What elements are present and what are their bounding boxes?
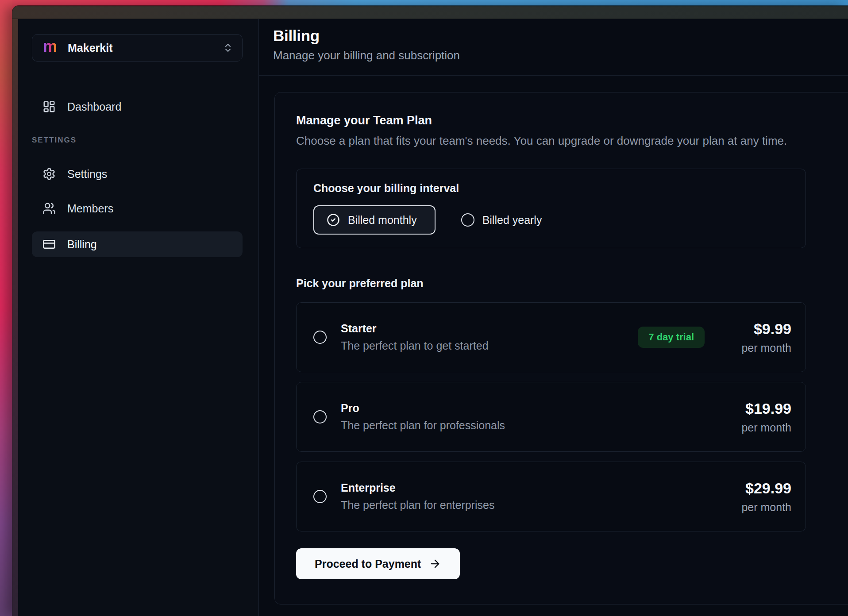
plan-name: Starter — [341, 322, 489, 335]
billing-interval-box: Choose your billing interval Billed mont… — [296, 169, 806, 248]
trial-badge: 7 day trial — [638, 327, 705, 348]
plan-name: Enterprise — [341, 481, 494, 494]
radio-circle-icon — [461, 213, 474, 227]
app-window: m Makerkit Dashboard SETTINGS — [12, 6, 848, 616]
price-block: $29.99 per month — [729, 480, 791, 514]
card-title: Manage your Team Plan — [296, 113, 848, 128]
workspace-switcher[interactable]: m Makerkit — [32, 34, 243, 62]
page-title: Billing — [273, 27, 834, 45]
window-titlebar[interactable] — [12, 6, 848, 19]
sidebar-item-dashboard[interactable]: Dashboard — [32, 95, 243, 118]
layout-dashboard-icon — [42, 100, 56, 113]
sidebar-item-label: Billing — [67, 238, 97, 251]
screen: m Makerkit Dashboard SETTINGS — [0, 0, 848, 616]
plan-info: Pro The perfect plan for professionals — [341, 402, 505, 432]
makerkit-logo: m — [43, 38, 57, 54]
plan-row-pro[interactable]: Pro The perfect plan for professionals $… — [296, 382, 806, 452]
sidebar-nav: Dashboard SETTINGS Settings Members — [32, 95, 243, 257]
sidebar-item-label: Members — [67, 202, 113, 215]
plan-right: $29.99 per month — [729, 480, 791, 514]
plan-row-enterprise[interactable]: Enterprise The perfect plan for enterpri… — [296, 462, 806, 531]
check-circle-icon — [327, 213, 340, 227]
arrow-right-icon — [429, 558, 441, 570]
billing-interval-label: Choose your billing interval — [313, 181, 788, 195]
radio-circle-icon[interactable] — [313, 490, 327, 503]
card-subtitle: Choose a plan that fits your team's need… — [296, 133, 848, 148]
window-left-edge — [12, 18, 18, 616]
sidebar-item-label: Dashboard — [67, 100, 121, 113]
plan-period: per month — [741, 342, 791, 354]
workspace-name: Makerkit — [68, 42, 112, 54]
plan-period: per month — [741, 501, 791, 514]
plan-description: The perfect plan for professionals — [341, 419, 505, 432]
users-icon — [42, 202, 56, 215]
page-header: Billing Manage your billing and subscrip… — [259, 19, 848, 76]
plan-info: Enterprise The perfect plan for enterpri… — [341, 481, 494, 512]
plan-right: 7 day trial $9.99 per month — [638, 320, 791, 354]
app-layout: m Makerkit Dashboard SETTINGS — [18, 19, 848, 616]
proceed-to-payment-button[interactable]: Proceed to Payment — [296, 548, 460, 579]
sidebar-item-billing[interactable]: Billing — [32, 231, 243, 257]
chevrons-up-down-icon[interactable] — [223, 42, 233, 53]
page-content: Manage your Team Plan Choose a plan that… — [259, 76, 848, 616]
desktop-wallpaper-left — [0, 0, 12, 616]
credit-card-icon — [42, 238, 56, 251]
radio-circle-icon[interactable] — [313, 331, 327, 344]
plan-description: The perfect plan for enterprises — [341, 499, 494, 512]
interval-option-monthly[interactable]: Billed monthly — [313, 205, 436, 235]
plan-description: The perfect plan to get started — [341, 339, 489, 352]
plan-right: $19.99 per month — [729, 400, 791, 434]
sidebar: m Makerkit Dashboard SETTINGS — [18, 19, 259, 616]
radio-circle-icon[interactable] — [313, 410, 327, 424]
sidebar-item-settings[interactable]: Settings — [32, 162, 243, 185]
billing-interval-options: Billed monthly Billed yearly — [313, 205, 788, 235]
interval-option-label: Billed monthly — [348, 214, 417, 227]
team-plan-card: Manage your Team Plan Choose a plan that… — [274, 92, 848, 604]
main-area: Billing Manage your billing and subscrip… — [259, 19, 848, 616]
interval-option-yearly[interactable]: Billed yearly — [461, 213, 542, 227]
page-subtitle: Manage your billing and subscription — [273, 49, 834, 62]
plan-price: $9.99 — [754, 320, 791, 338]
price-block: $9.99 per month — [729, 320, 791, 354]
sidebar-item-label: Settings — [67, 168, 107, 181]
sidebar-item-members[interactable]: Members — [32, 197, 243, 220]
proceed-to-payment-label: Proceed to Payment — [315, 558, 421, 570]
interval-option-label: Billed yearly — [482, 214, 542, 227]
plans-label: Pick your preferred plan — [296, 277, 806, 290]
plan-price: $19.99 — [745, 400, 791, 417]
settings-gear-icon — [42, 167, 56, 181]
plan-name: Pro — [341, 402, 505, 415]
plan-row-starter[interactable]: Starter The perfect plan to get started … — [296, 302, 806, 372]
plan-period: per month — [741, 421, 791, 434]
plan-price: $29.99 — [745, 480, 791, 497]
plan-info: Starter The perfect plan to get started — [341, 322, 489, 352]
card-body: Choose your billing interval Billed mont… — [296, 169, 806, 579]
sidebar-section-label: SETTINGS — [32, 136, 243, 145]
price-block: $19.99 per month — [729, 400, 791, 434]
